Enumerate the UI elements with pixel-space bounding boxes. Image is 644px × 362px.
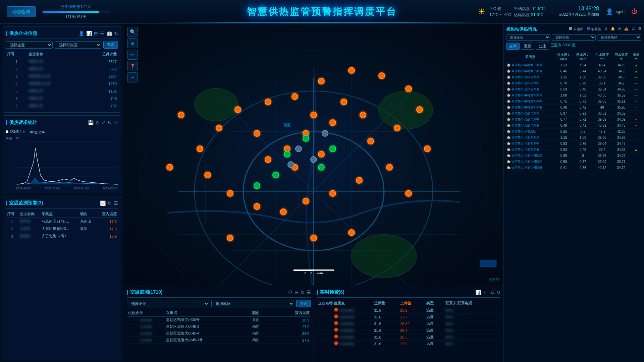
right-table-row: 🏠/众信热力/华润四期低 0.53 0.45 39.4 34.63 ▲ [506,147,641,153]
minus-button[interactable]: − [127,72,138,82]
realtime-alert-panel: 实时预警(6) 📊 〰 🖨 ↻ 企业名称/监测点 达标量 [314,285,503,362]
company-select2[interactable]: 选择企业 [127,300,209,307]
room-temp-table-row: 1 和平区 马总南区21#1-... 东南山 17.3 [6,218,118,225]
layer-button[interactable]: ⊞ [127,38,138,48]
room-temp-title: 室温监测预警(3) [6,200,43,206]
heatsource-select[interactable]: 选择热源 [552,34,596,41]
building-icon: 🏢 [106,31,112,36]
map-pin-gray-4[interactable] [322,130,328,137]
room-monitor-table: 供热企业 采集点 朝向 室内温度 企业名称 皇姑区鸭绿江街30号 东向 28.9… [127,309,311,344]
map-pin-green-6[interactable] [254,182,260,189]
address-select[interactable]: 选择地址 [211,300,294,307]
map-pin-5[interactable] [405,85,412,92]
alert-row: 企业/监测点 31.6 26.3 温度 联系人 [317,334,501,341]
refresh-icon5[interactable]: ↻ [496,290,500,295]
col-name: 企业名称 [27,51,80,58]
map-pin-gray-2[interactable] [310,156,317,163]
zoom-in-button[interactable]: 🔍 [127,27,138,37]
location-button[interactable]: 📍 [127,61,138,71]
user-icon: 👤 [606,8,613,15]
map-pin-15[interactable] [227,190,233,197]
power-button[interactable]: ⏻ [631,8,637,15]
enterprise-select[interactable]: 选择企业 [6,41,53,49]
map-pin-37[interactable] [348,229,355,236]
map-pin-4[interactable] [378,72,385,79]
map-pin-30[interactable] [360,112,366,118]
bell-icon: 🔔 [611,27,615,32]
map-pin-13[interactable] [280,208,287,215]
map-pin-29[interactable] [254,130,260,137]
col-count: 总诉求量 [80,51,118,58]
enterprise-query-button[interactable]: 查询 [103,41,118,49]
map-pin-21[interactable] [310,112,317,118]
map-indicator [480,260,496,266]
map-pin-9[interactable] [386,164,393,171]
refresh-icon4[interactable]: ↻ [301,290,305,295]
map-pin-1[interactable] [291,93,298,100]
map-pin-18[interactable] [216,125,222,131]
map-pin-32[interactable] [424,145,431,152]
map-pin-2[interactable] [318,78,325,84]
scale-bar: 0 2 4km [293,269,334,275]
bottom-panels: 室温监测(1710) ⏱ ⊟ ↻ ☰ 选择企业 选择地址 查询 [124,285,503,362]
list-icon4: ☰ [638,27,641,32]
copy-icon: ⊟ [294,290,299,295]
map-pin-green-1[interactable] [303,135,309,142]
map-pin-16[interactable] [204,172,211,178]
monitor-button[interactable]: 动态监测 [7,6,36,17]
wave-icon: 〰 [483,290,488,295]
map-pin-33[interactable] [166,164,173,171]
map-pin-35[interactable] [227,235,233,241]
map-pin-19[interactable] [234,106,241,113]
reset-button[interactable]: 重置 [521,43,534,50]
company-select-right[interactable]: 选择企业 [506,34,550,41]
room-monitor-query-button[interactable]: 查询 [296,300,311,307]
district-select[interactable]: 选择行政区 [55,41,102,49]
enterprise-table-row: 1 有限公司 6527 [6,58,118,65]
map-pin-34[interactable] [405,190,412,197]
right-table-row: 🏠/众信热力/橡树湾四期低 0.48 0.42 40 35.98 — [506,105,641,111]
map-pin-7[interactable] [394,125,400,131]
refresh-icon3[interactable]: ↻ [108,200,112,206]
map-pin-green-3[interactable] [272,172,279,178]
map-pin-8[interactable] [367,138,374,144]
room-temp-icons: 📈 ↻ ☰ [100,200,118,206]
edit-button[interactable]: ✏ [127,50,138,60]
map-pin-gray-1[interactable] [295,145,302,152]
page-title: 智慧供热监管预警指挥调度平台 [247,5,397,18]
map-pin-36[interactable] [310,235,317,241]
map-pin-6[interactable] [416,106,423,113]
room-temp-header: 室温监测预警(3) 📈 ↻ ☰ [6,199,118,208]
map-pin-green-5[interactable] [329,145,336,152]
map-pin-25[interactable] [265,156,271,163]
right-query-button[interactable]: 查询 [506,43,520,50]
map-pin-28[interactable] [340,99,347,105]
watermark: sgnb [489,276,500,282]
header: 动态监测 今冬供热第171天 171天/151天 智慧供热监管预警指挥调度平台 … [0,0,644,23]
header-left: 动态监测 今冬供热第171天 171天/151天 [7,4,109,19]
map-area[interactable]: 🔍 ⊞ ✏ 📍 − 西区 0 2 4km sgnb [124,23,503,285]
complaint-icons: 💾 ⊙ ✓ ↻ ☰ [88,120,118,125]
map-pin-12[interactable] [303,198,309,204]
map-pin-green-2[interactable] [284,151,290,158]
right-table-row: 🏠/众信热力/橡树湾四期高 1.08 1.02 40.35 35.52 — [506,93,641,99]
map-pin-10[interactable] [356,177,363,184]
map-pin-green-4[interactable] [318,164,325,171]
station-select[interactable]: 选择换热站 [597,34,641,41]
map-pin-31[interactable] [178,112,184,118]
map-pin-gray-3[interactable] [287,161,294,168]
map-pin-27[interactable] [318,151,325,158]
list-icon: ☰ [114,120,118,125]
map-pin-14[interactable] [254,203,260,210]
map-pin-11[interactable] [329,190,336,197]
map-pin-22[interactable] [329,119,336,126]
area-label-west: 西区 [283,123,291,128]
map-pin-20[interactable] [265,99,271,105]
refresh-icon2[interactable]: ↻ [108,120,112,125]
check-icon: ✓ [102,120,106,125]
map-pin-17[interactable] [197,145,203,152]
refresh-icon[interactable]: ↻ [114,31,118,36]
build-button[interactable]: 公建 [536,43,549,50]
map-pin-3[interactable] [348,67,355,74]
room-monitor-row: 企业名称 皇姑区北陵大街45-4 南向 28.0 [127,330,311,337]
